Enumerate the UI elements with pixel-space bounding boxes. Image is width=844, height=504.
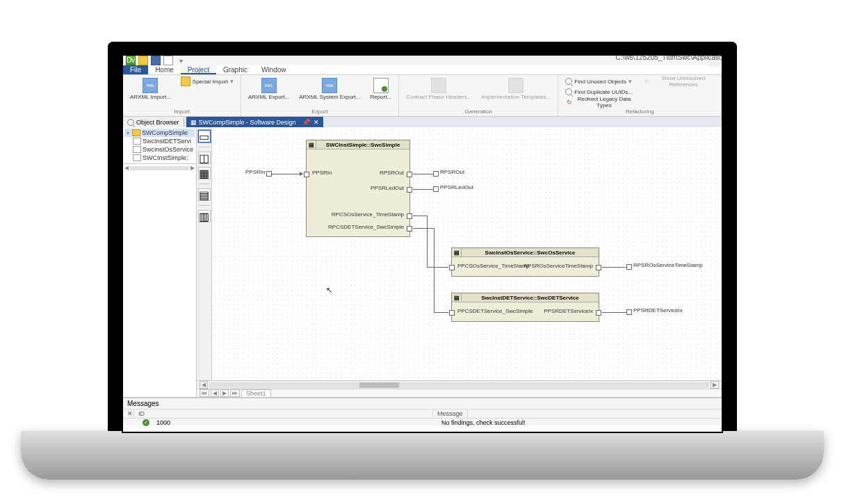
swc-component-simple[interactable]: ▤SWCInstSimple::SwcSimple PPSRIn RPSROut…: [306, 140, 410, 237]
arrow-icon: ↻: [565, 97, 574, 107]
connector-wire: [272, 174, 303, 174]
qat-dropdown-icon[interactable]: ▾: [176, 56, 186, 65]
close-messages-icon[interactable]: ✕: [123, 409, 134, 418]
browser-icon: [127, 119, 134, 126]
arxml-system-export-button[interactable]: XML ARXML System Export...: [296, 76, 363, 101]
port[interactable]: [449, 265, 455, 270]
app-window: Dv ▾ C:\ws\125205_TldmSwc\Application\Ec…: [122, 54, 723, 433]
tool-button[interactable]: ▦: [198, 167, 211, 179]
main-split: ▾ SWCompSimple SwcInstDETServi SwcInstOs…: [123, 127, 722, 397]
folder-icon: [181, 76, 190, 86]
port[interactable]: [407, 226, 412, 231]
scroll-left-icon[interactable]: ◀: [200, 381, 208, 389]
tool-button[interactable]: ▤: [198, 188, 211, 201]
external-port[interactable]: [433, 186, 439, 192]
col-message[interactable]: Message: [433, 409, 468, 418]
swc-icon: [133, 138, 141, 145]
xml-icon: XML: [261, 78, 277, 93]
sheet-bar: ⏮ ◀ ▶ ⏭ Sheet1: [197, 389, 722, 397]
connector-wire: [413, 228, 434, 229]
sheet-tab[interactable]: Sheet1: [241, 389, 271, 397]
tree-item[interactable]: SWCInstSimple:: [124, 154, 195, 162]
save-icon[interactable]: [151, 56, 161, 65]
last-sheet-icon[interactable]: ⏭: [230, 389, 240, 397]
link-icon: ⎘: [642, 76, 651, 86]
messages-title: Messages: [123, 398, 722, 409]
canvas-hscroll[interactable]: ◀ ▶: [197, 380, 722, 389]
find-unused-button[interactable]: Find Unused Objects▾: [562, 76, 635, 86]
col-id[interactable]: ID: [134, 409, 433, 418]
component-icon: ▤: [452, 293, 462, 302]
doc-icon: [508, 78, 524, 93]
report-icon: [373, 78, 389, 93]
port[interactable]: [304, 172, 309, 177]
close-tab-icon[interactable]: ✕: [314, 119, 319, 126]
tab-file[interactable]: File: [123, 65, 148, 74]
open-icon[interactable]: [138, 56, 148, 65]
collapse-icon[interactable]: ▾: [124, 130, 131, 136]
tab-object-browser[interactable]: Object Browser: [123, 117, 184, 127]
diagram-canvas[interactable]: ▤SWCInstSimple::SwcSimple PPSRIn RPSROut…: [212, 127, 722, 380]
report-button[interactable]: Report...: [367, 76, 394, 101]
select-tool-button[interactable]: ▭: [198, 130, 211, 143]
external-port[interactable]: [626, 309, 632, 315]
ribbon-group-export: XML ARXML Export... XML ARXML System Exp…: [241, 75, 399, 116]
contract-headers-button: Contract Phase Headers...: [403, 76, 474, 101]
connector-wire: [602, 267, 626, 268]
pin-icon[interactable]: 📌: [302, 119, 310, 126]
tab-home[interactable]: Home: [148, 65, 181, 74]
connector-wire: [434, 312, 448, 313]
laptop-base: [21, 431, 824, 480]
tab-window[interactable]: Window: [254, 65, 293, 74]
tree-hscroll[interactable]: ◀▶: [123, 163, 196, 172]
next-sheet-icon[interactable]: ▶: [220, 389, 229, 397]
xml-icon: XML: [143, 78, 158, 93]
ribbon-tabs: File Home Project Graphic Window: [123, 65, 722, 75]
app-icon: Dv: [126, 56, 136, 65]
port[interactable]: [407, 172, 412, 177]
impl-templates-button: Implementation Templates...: [478, 76, 553, 101]
swc-component-osservice[interactable]: ▤SwcInstOsService::SwcOsService PPCSOsSe…: [451, 247, 599, 277]
diagram-area: ▭ ◫ ▦ ▤ ▥ ▤SWCInstSimple::SwcSimple: [197, 127, 722, 397]
tree-item[interactable]: SwcInstDETServi: [124, 137, 195, 145]
tool-button[interactable]: ▥: [198, 210, 211, 222]
tool-button[interactable]: ◫: [198, 152, 211, 164]
prev-sheet-icon[interactable]: ◀: [211, 389, 219, 397]
connector-wire: [427, 267, 448, 268]
arxml-import-button[interactable]: XML ARXML Import...: [127, 76, 174, 101]
connector-wire: [427, 216, 428, 267]
tab-software-design[interactable]: ▦ SWCompSimple - Software Design 📌 ✕: [186, 117, 323, 127]
port[interactable]: [449, 310, 455, 316]
special-import-button[interactable]: Special Import▾: [178, 76, 236, 86]
find-duplicate-uuids-button[interactable]: Find Duplicate UUIDs...: [562, 87, 635, 97]
connector-wire: [434, 228, 435, 312]
ok-icon: ✓: [143, 419, 149, 426]
laptop-mockup: Dv ▾ C:\ws\125205_TldmSwc\Application\Ec…: [0, 0, 844, 504]
external-port[interactable]: [433, 171, 439, 177]
connector-wire: [413, 189, 433, 190]
arxml-export-button[interactable]: XML ARXML Export...: [245, 76, 292, 101]
connector-wire: [602, 312, 626, 313]
port[interactable]: [596, 265, 601, 270]
ribbon-group-import: XML ARXML Import... Special Import▾ Impo…: [123, 75, 241, 116]
swc-component-detservice[interactable]: ▤SwcInstDETService::SwcDETService PPCSDE…: [451, 293, 599, 322]
mouse-cursor-icon: ↖: [326, 286, 332, 295]
redirect-legacy-button[interactable]: ↻Redirect Legacy Data Types: [562, 97, 635, 107]
scroll-track[interactable]: [209, 382, 709, 388]
port[interactable]: [407, 213, 412, 219]
tree-item[interactable]: SwcInstOsService: [124, 145, 195, 154]
new-icon[interactable]: [163, 56, 173, 65]
tab-project[interactable]: Project: [181, 65, 216, 74]
port[interactable]: [407, 187, 412, 193]
tab-graphic[interactable]: Graphic: [216, 65, 254, 74]
xml-icon: XML: [322, 78, 337, 93]
external-port[interactable]: [266, 171, 272, 177]
first-sheet-icon[interactable]: ⏮: [200, 389, 209, 397]
tree-root[interactable]: ▾ SWCompSimple: [124, 129, 195, 137]
window-title: C:\ws\125205_TldmSwc\Application\EcuSimp…: [709, 54, 719, 67]
port[interactable]: [596, 310, 601, 316]
connector-wire: [413, 216, 427, 216]
external-port[interactable]: [626, 264, 632, 270]
message-row[interactable]: ✓ 1000 No findings, check successful!: [123, 418, 722, 427]
scroll-right-icon[interactable]: ▶: [711, 381, 719, 389]
